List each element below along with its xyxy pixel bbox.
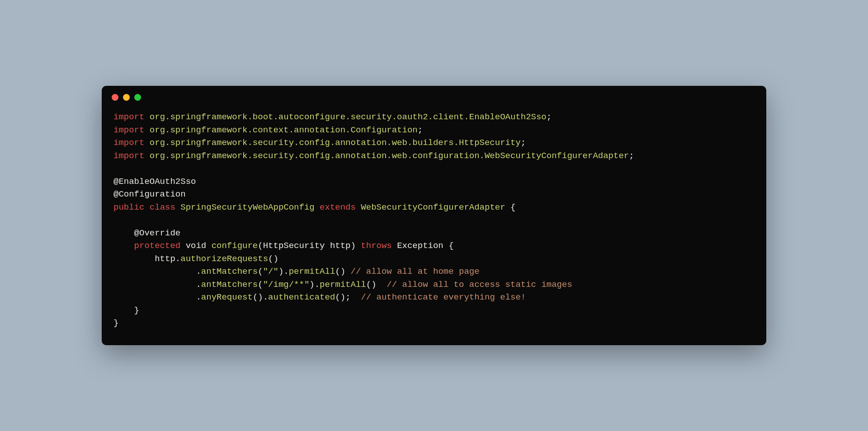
- code-token: authenticated: [268, 292, 335, 302]
- code-token: [356, 202, 361, 212]
- code-token: (: [258, 280, 263, 290]
- minimize-button[interactable]: [123, 94, 130, 101]
- code-line: @EnableOAuth2Sso: [113, 175, 755, 188]
- code-token: org.springframework.security.config.anno…: [150, 151, 629, 161]
- code-token: http.: [113, 254, 180, 264]
- code-token: [144, 125, 149, 135]
- code-line: public class SpringSecurityWebAppConfig …: [113, 201, 755, 214]
- code-token: [175, 202, 180, 212]
- code-token: [315, 202, 320, 212]
- code-token: protected: [134, 241, 181, 251]
- code-token: {: [505, 202, 516, 212]
- code-line: http.authorizeRequests(): [113, 253, 755, 266]
- code-line: @Configuration: [113, 188, 755, 201]
- code-token: [206, 241, 211, 251]
- code-token: import: [113, 125, 144, 135]
- code-token: Exception {: [392, 241, 454, 251]
- code-token: extends: [320, 202, 356, 212]
- code-line: import org.springframework.context.annot…: [113, 124, 755, 137]
- code-token: org.springframework.boot.autoconfigure.s…: [150, 112, 547, 122]
- code-token: // allow all at home page: [351, 267, 480, 276]
- code-token: import: [113, 112, 144, 122]
- code-token: ();: [335, 292, 361, 302]
- code-token: configure: [212, 241, 258, 251]
- code-line: @Override: [113, 227, 755, 240]
- code-line: .antMatchers("/").permitAll() // allow a…: [113, 265, 755, 278]
- code-token: }: [113, 318, 118, 328]
- code-token: anyRequest: [201, 292, 253, 302]
- code-token: ;: [629, 151, 634, 161]
- code-token: .: [113, 292, 201, 302]
- code-token: ).: [278, 267, 289, 276]
- terminal-window: import org.springframework.boot.autoconf…: [102, 86, 766, 345]
- close-button[interactable]: [112, 94, 118, 101]
- code-token: // allow all to access static images: [387, 280, 572, 290]
- code-token: import: [113, 151, 144, 161]
- code-token: // authenticate everything else!: [361, 292, 526, 302]
- code-line: }: [113, 304, 755, 317]
- code-token: (HttpSecurity http): [258, 241, 361, 251]
- code-token: @Override: [134, 228, 181, 238]
- code-token: }: [113, 305, 139, 315]
- code-token: authorizeRequests: [180, 254, 268, 264]
- code-line: .anyRequest().authenticated(); // authen…: [113, 291, 755, 304]
- window-title-bar: [102, 86, 766, 105]
- code-token: [144, 202, 149, 212]
- code-token: [144, 112, 149, 122]
- code-token: public: [113, 202, 144, 212]
- code-token: (): [366, 280, 387, 290]
- code-token: ;: [418, 125, 423, 135]
- code-token: import: [113, 138, 144, 148]
- code-token: org.springframework.context.annotation.C…: [150, 125, 418, 135]
- code-token: .: [113, 280, 201, 290]
- code-line: .antMatchers("/img/**").permitAll() // a…: [113, 278, 755, 291]
- code-token: antMatchers: [201, 267, 258, 276]
- code-token: permitAll: [289, 267, 335, 276]
- code-token: void: [186, 241, 207, 251]
- maximize-button[interactable]: [134, 94, 141, 101]
- code-token: "/img/**": [263, 280, 310, 290]
- code-token: WebSecurityConfigurerAdapter: [361, 202, 505, 212]
- code-token: permitAll: [320, 280, 366, 290]
- code-token: @EnableOAuth2Sso: [113, 177, 196, 187]
- code-token: antMatchers: [201, 280, 258, 290]
- code-line: import org.springframework.security.conf…: [113, 150, 755, 163]
- code-token: [113, 241, 134, 251]
- code-token: [180, 241, 185, 251]
- code-token: class: [150, 202, 175, 212]
- code-token: "/": [263, 267, 278, 276]
- code-line: import org.springframework.boot.autoconf…: [113, 111, 755, 124]
- code-token: ;: [547, 112, 552, 122]
- code-token: .: [113, 267, 201, 276]
- code-line: [113, 214, 755, 227]
- code-token: throws: [361, 241, 392, 251]
- code-line: }: [113, 317, 755, 330]
- code-line: [113, 162, 755, 175]
- code-token: (: [258, 267, 263, 276]
- code-token: [144, 138, 149, 148]
- code-line: protected void configure(HttpSecurity ht…: [113, 239, 755, 253]
- code-token: org.springframework.security.config.anno…: [150, 138, 521, 148]
- code-line: import org.springframework.security.conf…: [113, 136, 755, 150]
- code-token: (): [268, 254, 278, 264]
- code-token: [144, 151, 149, 161]
- code-token: (): [335, 267, 350, 276]
- code-content: import org.springframework.boot.autoconf…: [102, 105, 766, 345]
- code-token: [113, 228, 134, 238]
- code-token: SpringSecurityWebAppConfig: [180, 202, 314, 212]
- code-token: ;: [521, 138, 526, 148]
- code-token: ().: [253, 292, 268, 302]
- code-token: ).: [309, 280, 320, 290]
- code-token: @Configuration: [113, 189, 186, 199]
